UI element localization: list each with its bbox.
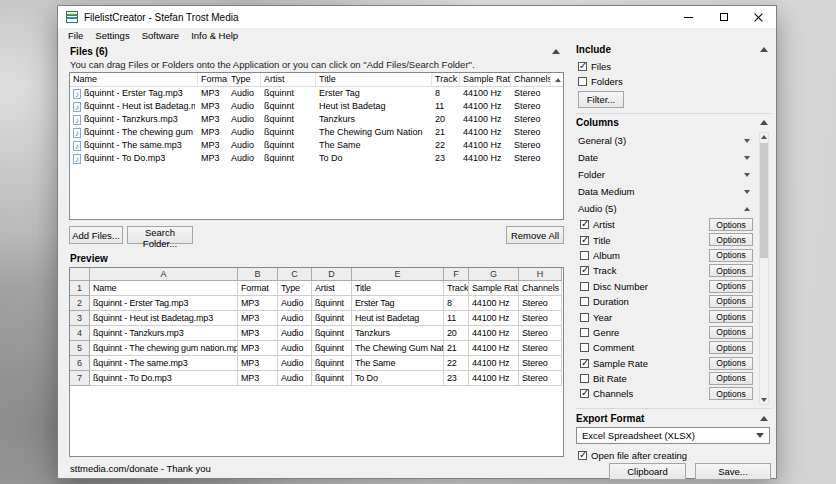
file-row[interactable]: ßquinnt - The same.mp3MP3AudioßquinntThe…: [70, 139, 563, 152]
files-column-header-artist[interactable]: Artist: [261, 73, 316, 86]
include-option-folders[interactable]: Folders: [578, 74, 623, 89]
column-group-date[interactable]: Date: [576, 149, 757, 166]
preview-row-number[interactable]: 4: [70, 326, 90, 341]
filter-button[interactable]: Filter...: [578, 91, 624, 108]
preview-column-header-a[interactable]: A: [90, 268, 238, 281]
preview-cell: Stereo: [519, 341, 562, 356]
file-cell: Stereo: [511, 139, 551, 152]
scroll-up-icon[interactable]: [761, 135, 767, 139]
preview-column-header-d[interactable]: D: [312, 268, 352, 281]
options-button-channels[interactable]: Options: [709, 387, 753, 400]
files-column-header-channels[interactable]: Channels: [511, 73, 551, 86]
file-name-cell: ßquinnt - Erster Tag.mp3: [70, 87, 198, 100]
files-column-header-type[interactable]: Type: [228, 73, 261, 86]
checkbox-unchecked[interactable]: [580, 328, 589, 337]
open-after-checkbox[interactable]: [578, 451, 587, 460]
options-button-bit-rate[interactable]: Options: [709, 372, 753, 385]
preview-column-header-e[interactable]: E: [352, 268, 444, 281]
options-button-comment[interactable]: Options: [709, 341, 753, 354]
preview-cell: Audio: [278, 341, 312, 356]
options-button-title[interactable]: Options: [709, 233, 753, 246]
checkbox-checked[interactable]: [580, 236, 589, 245]
include-collapse-icon[interactable]: [760, 47, 768, 52]
checkbox-unchecked[interactable]: [580, 282, 589, 291]
columns-collapse-icon[interactable]: [760, 120, 768, 125]
checkbox-checked[interactable]: [578, 62, 587, 71]
checkbox-unchecked[interactable]: [580, 251, 589, 260]
export-collapse-icon[interactable]: [760, 416, 768, 421]
file-row[interactable]: ßquinnt - Heut ist Badetag.mp3MP3Audioßq…: [70, 100, 563, 113]
maximize-button[interactable]: [706, 6, 741, 28]
files-column-header-title[interactable]: Title: [316, 73, 432, 86]
search-folder-button[interactable]: Search Folder...: [127, 226, 193, 244]
caption-buttons: [671, 6, 776, 28]
options-button-disc-number[interactable]: Options: [709, 280, 753, 293]
checkbox-checked[interactable]: [580, 359, 589, 368]
file-row[interactable]: ßquinnt - To Do.mp3MP3AudioßquinntTo Do2…: [70, 152, 563, 165]
add-files-button[interactable]: Add Files...: [69, 226, 123, 244]
preview-cell: Track: [444, 281, 469, 296]
files-column-header-track[interactable]: Track: [432, 73, 460, 86]
preview-row-number[interactable]: 7: [70, 371, 90, 386]
file-name-text: ßquinnt - Erster Tag.mp3: [84, 87, 183, 100]
file-row[interactable]: ßquinnt - The chewing gum na...MP3Audioß…: [70, 126, 563, 139]
title-bar[interactable]: FilelistCreator - Stefan Trost Media: [58, 6, 776, 28]
column-group-audio-5[interactable]: Audio (5): [576, 200, 757, 217]
column-item-duration: DurationOptions: [576, 294, 757, 309]
preview-row-number[interactable]: 3: [70, 311, 90, 326]
export-format-select[interactable]: Excel Spreadsheet (XLSX): [576, 427, 770, 444]
menu-settings[interactable]: Settings: [89, 30, 135, 41]
donate-link[interactable]: sttmedia.com/donate - Thank you: [70, 463, 211, 474]
checkbox-unchecked[interactable]: [580, 374, 589, 383]
scroll-down-icon[interactable]: [761, 398, 767, 402]
files-collapse-icon[interactable]: [552, 49, 560, 54]
checkbox-unchecked[interactable]: [580, 297, 589, 306]
preview-column-header-c[interactable]: C: [278, 268, 312, 281]
files-header-corner[interactable]: [551, 73, 563, 86]
checkbox-unchecked[interactable]: [580, 343, 589, 352]
column-group-data-medium[interactable]: Data Medium: [576, 183, 757, 200]
preview-row-number[interactable]: 2: [70, 296, 90, 311]
chevron-down-icon: [744, 139, 750, 143]
menu-software[interactable]: Software: [136, 30, 186, 41]
checkbox-unchecked[interactable]: [578, 77, 587, 86]
options-button-sample-rate[interactable]: Options: [709, 357, 753, 370]
preview-column-header-g[interactable]: G: [469, 268, 519, 281]
options-button-track[interactable]: Options: [709, 264, 753, 277]
checkbox-checked[interactable]: [580, 266, 589, 275]
options-button-duration[interactable]: Options: [709, 295, 753, 308]
file-cell: MP3: [198, 113, 228, 126]
options-button-genre[interactable]: Options: [709, 326, 753, 339]
checkbox-unchecked[interactable]: [580, 313, 589, 322]
file-name-cell: ßquinnt - To Do.mp3: [70, 152, 198, 165]
checkbox-checked[interactable]: [580, 220, 589, 229]
close-button[interactable]: [741, 6, 776, 28]
preview-row-number[interactable]: 6: [70, 356, 90, 371]
options-button-artist[interactable]: Options: [709, 218, 753, 231]
menu-info-help[interactable]: Info & Help: [185, 30, 244, 41]
options-button-album[interactable]: Options: [709, 249, 753, 262]
chevron-down-icon: [744, 190, 750, 194]
column-group-folder[interactable]: Folder: [576, 166, 757, 183]
files-column-header-name[interactable]: Name: [70, 73, 198, 86]
preview-row-number[interactable]: 5: [70, 341, 90, 356]
include-option-files[interactable]: Files: [578, 59, 623, 74]
column-group-general-3[interactable]: General (3): [576, 132, 757, 149]
preview-row-number[interactable]: 1: [70, 281, 90, 296]
options-button-year[interactable]: Options: [709, 310, 753, 323]
file-row[interactable]: ßquinnt - Tanzkurs.mp3MP3AudioßquinntTan…: [70, 113, 563, 126]
scrollbar-thumb[interactable]: [760, 143, 768, 258]
columns-scrollbar[interactable]: [759, 132, 769, 405]
files-column-header-sample-rate[interactable]: Sample Rate: [460, 73, 511, 86]
preview-corner-cell[interactable]: [70, 268, 90, 281]
preview-column-header-h[interactable]: H: [519, 268, 562, 281]
file-cell: Audio: [228, 126, 261, 139]
menu-file[interactable]: File: [62, 30, 89, 41]
remove-all-button[interactable]: Remove All: [506, 226, 564, 244]
file-row[interactable]: ßquinnt - Erster Tag.mp3MP3AudioßquinntE…: [70, 87, 563, 100]
preview-column-header-f[interactable]: F: [444, 268, 469, 281]
files-column-header-format[interactable]: Format: [198, 73, 228, 86]
preview-column-header-b[interactable]: B: [238, 268, 278, 281]
checkbox-checked[interactable]: [580, 389, 589, 398]
minimize-button[interactable]: [671, 6, 706, 28]
